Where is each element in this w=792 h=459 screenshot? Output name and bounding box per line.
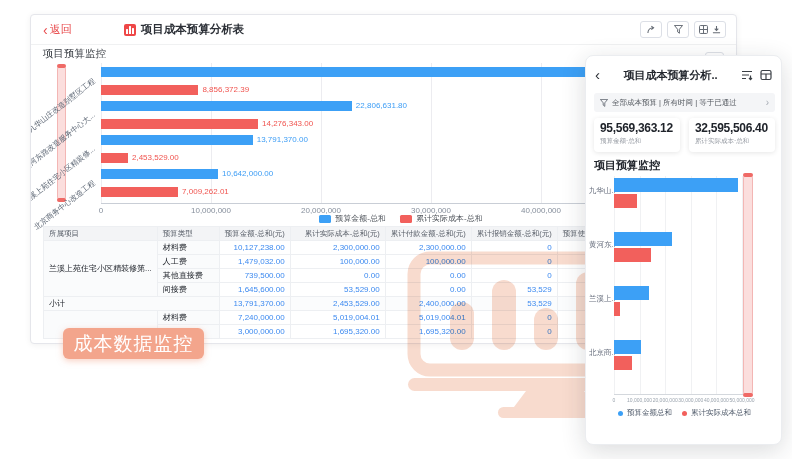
- x-axis-tick-label: 30,000,000: [678, 397, 703, 403]
- chevron-right-icon: ›: [766, 98, 769, 108]
- actual-bar[interactable]: [614, 302, 620, 316]
- legend-dot: [618, 411, 623, 416]
- value-cell: 1,645,600.00: [219, 283, 290, 297]
- category-label: 黄河东..: [589, 240, 616, 250]
- budget-type-cell: 材料费: [157, 311, 219, 325]
- legend-label: 累计实际成本-总和: [416, 213, 483, 224]
- value-cell: 1,479,032.00: [219, 255, 290, 269]
- budget-bar[interactable]: [101, 169, 218, 179]
- chart-section-title: 项目预算监控: [43, 47, 106, 61]
- actual-bar[interactable]: [101, 119, 258, 129]
- budget-bar-value: 22,806,631.80: [356, 101, 407, 111]
- budget-bar[interactable]: [101, 135, 253, 145]
- budget-bar[interactable]: [101, 101, 352, 111]
- legend-label: 累计实际成本总和: [691, 408, 751, 418]
- legend-item[interactable]: 累计实际成本总和: [682, 408, 751, 418]
- legend-item[interactable]: 预算金额总和: [618, 408, 672, 418]
- table-row: 小计13,791,370.002,453,529.002,400,000.005…: [44, 297, 643, 311]
- stat-label: 预算金额·总和: [600, 137, 674, 146]
- value-cell: 1,695,320.00: [290, 325, 385, 339]
- sort-icon[interactable]: [741, 69, 753, 81]
- value-cell: 0.00: [385, 269, 471, 283]
- export-button[interactable]: [694, 21, 726, 38]
- mobile-stats: 95,569,363.12 预算金额·总和 32,595,506.40 累计实际…: [594, 118, 775, 152]
- budget-table: 所属项目预算类型预算金额-总和(元)累计实际成本-总和(元)累计付款金额-总和(…: [43, 226, 643, 339]
- actual-bar[interactable]: [101, 85, 198, 95]
- budget-bar[interactable]: [614, 340, 641, 354]
- value-cell: 7,240,000.00: [219, 311, 290, 325]
- table-row: 兰溪上苑住宅小区精装修第...材料费10,127,238.002,300,000…: [44, 241, 643, 255]
- gridline: [541, 63, 542, 203]
- table-header: 预算类型: [157, 227, 219, 241]
- report-header: ‹ 返回 项目成本预算分析表: [31, 15, 736, 45]
- mobile-x-axis-line: [614, 394, 743, 395]
- mobile-legend: 预算金额总和累计实际成本总和: [586, 408, 782, 418]
- filter-icon: [674, 25, 683, 34]
- value-cell: 0: [471, 269, 557, 283]
- value-cell: 0: [471, 255, 557, 269]
- annotation-cost-data-monitoring: 成本数据监控: [63, 328, 204, 359]
- value-cell: 2,400,000.00: [385, 297, 471, 311]
- table-header: 累计报销金额-总和(元): [471, 227, 557, 241]
- table-header: 预算金额-总和(元): [219, 227, 290, 241]
- export-icon: [712, 25, 721, 34]
- gridline: [431, 63, 432, 203]
- mobile-header-icons: [741, 69, 772, 81]
- mobile-section-title: 项目预算监控: [594, 158, 660, 173]
- legend-swatch: [319, 215, 331, 223]
- actual-bar[interactable]: [614, 194, 637, 208]
- budget-bar[interactable]: [614, 232, 672, 246]
- back-icon: ‹: [43, 25, 48, 35]
- mobile-back-icon[interactable]: ‹: [595, 67, 600, 83]
- filter-icon: [600, 99, 608, 107]
- value-cell: 2,453,529.00: [290, 297, 385, 311]
- value-cell: 100,000.00: [385, 255, 471, 269]
- x-axis-tick-label: 50,000,000: [729, 397, 754, 403]
- table-header: 所属项目: [44, 227, 158, 241]
- stat-value: 32,595,506.40: [695, 121, 769, 135]
- legend-label: 预算金额总和: [627, 408, 672, 418]
- mobile-vertical-zoom-slider[interactable]: [743, 174, 753, 396]
- x-axis-tick-label: 20,000,000: [653, 397, 678, 403]
- budget-bar[interactable]: [614, 178, 738, 192]
- header-toolbar: [640, 21, 726, 38]
- gridline: [640, 176, 641, 394]
- value-cell: 739,500.00: [219, 269, 290, 283]
- budget-bar[interactable]: [101, 67, 633, 77]
- value-cell: 0.00: [290, 269, 385, 283]
- legend-item[interactable]: 预算金额-总和: [319, 213, 386, 224]
- x-axis-tick-label: 0: [613, 397, 616, 403]
- legend-item[interactable]: 累计实际成本-总和: [400, 213, 483, 224]
- x-axis-tick-label: 10,000,000: [627, 397, 652, 403]
- actual-bar[interactable]: [614, 356, 632, 370]
- filter-button[interactable]: [667, 21, 689, 38]
- actual-bar-value: 8,856,372.39: [202, 85, 249, 95]
- actual-bar[interactable]: [101, 187, 178, 197]
- actual-bar[interactable]: [614, 248, 651, 262]
- value-cell: 2,300,000.00: [385, 241, 471, 255]
- mobile-filter-text: 全部成本预算 | 所有时间 | 等于已通过: [612, 98, 762, 108]
- category-label: 北京商..: [589, 348, 616, 358]
- legend-swatch: [400, 215, 412, 223]
- budget-type-cell: 材料费: [157, 241, 219, 255]
- value-cell: 2,300,000.00: [290, 241, 385, 255]
- back-button[interactable]: ‹ 返回: [43, 22, 72, 37]
- table-icon[interactable]: [760, 69, 772, 81]
- value-cell: 0: [471, 241, 557, 255]
- mobile-bar-chart: 010,000,00020,000,00030,000,00040,000,00…: [586, 176, 782, 404]
- actual-bar[interactable]: [101, 153, 128, 163]
- page-title: 项目成本预算分析表: [141, 22, 245, 37]
- value-cell: 1,695,320.00: [385, 325, 471, 339]
- gridline: [691, 176, 692, 394]
- category-label: 兰溪上..: [589, 294, 616, 304]
- value-cell: 3,000,000.00: [219, 325, 290, 339]
- actual-bar-value: 14,276,343.00: [262, 119, 313, 129]
- budget-bar[interactable]: [614, 286, 649, 300]
- category-label: 九华山..: [589, 186, 616, 196]
- gridline: [211, 63, 212, 203]
- value-cell: 53,529.00: [290, 283, 385, 297]
- share-button[interactable]: [640, 21, 662, 38]
- budget-type-cell: 人工费: [157, 255, 219, 269]
- mobile-filter-bar[interactable]: 全部成本预算 | 所有时间 | 等于已通过 ›: [594, 93, 775, 112]
- budget-type-cell: 其他直接费: [157, 269, 219, 283]
